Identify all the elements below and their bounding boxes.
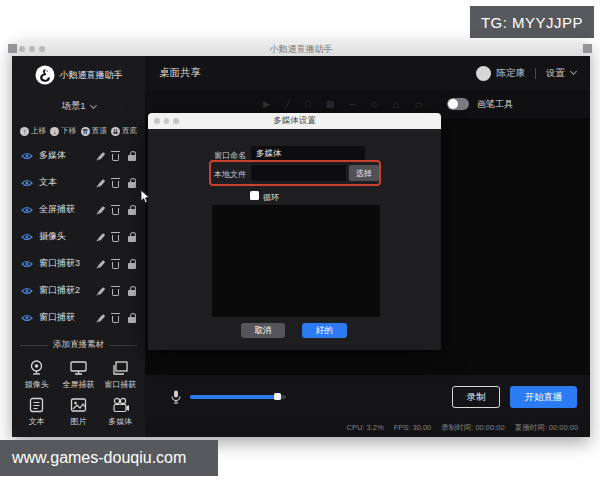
image-icon: [69, 397, 88, 413]
lock-icon[interactable]: [128, 290, 136, 296]
arrow-top-circle-icon: ⇈: [81, 127, 90, 136]
settings-menu[interactable]: 设置: [546, 67, 565, 80]
trash-icon[interactable]: [112, 262, 119, 269]
add-multimedia-button[interactable]: 多媒体: [99, 397, 141, 427]
loop-label: 循环: [263, 192, 279, 203]
arrow-up-circle-icon: ↑: [20, 127, 29, 136]
source-list: 多媒体 文本 全屏捕获 摄像头 窗口捕获3: [12, 142, 145, 331]
lock-icon[interactable]: [128, 317, 136, 323]
loop-checkbox[interactable]: [250, 191, 259, 200]
window-titlebar[interactable]: 小鹅通直播助手: [12, 42, 590, 56]
cursor-tool-icon[interactable]: ▶: [263, 99, 270, 109]
main-header: 桌面共享 陈定康 设置: [145, 56, 590, 90]
trash-icon[interactable]: [112, 235, 119, 242]
move-down-button[interactable]: ↓ 下移: [50, 126, 76, 136]
add-item-label: 全屏捕获: [62, 379, 94, 390]
site-watermark: www.games-douqiu.com: [0, 440, 218, 476]
avatar[interactable]: [476, 66, 491, 81]
rect-tool-icon[interactable]: □: [305, 99, 310, 109]
fps-status: FPS: 30.00: [394, 423, 432, 432]
mic-slider-handle[interactable]: [274, 393, 281, 400]
video-camera-icon: [111, 397, 130, 413]
move-bottom-label: 置底: [122, 126, 137, 136]
source-row-fullscreen[interactable]: 全屏捕获: [12, 196, 145, 223]
start-live-button[interactable]: 开始直播: [510, 386, 577, 408]
microphone-icon[interactable]: [171, 390, 181, 404]
tg-watermark: TG: MYYJJPP: [470, 6, 594, 38]
window-icon: [111, 360, 130, 376]
shape-tool-icon[interactable]: ◇: [371, 99, 378, 109]
bottom-control-bar: 录制 开始直播: [145, 375, 590, 418]
add-image-button[interactable]: 图片: [58, 397, 100, 427]
source-row-window2[interactable]: 窗口捕获2: [12, 277, 145, 304]
choose-file-button[interactable]: 选择: [349, 165, 379, 181]
add-text-button[interactable]: 文本: [16, 397, 58, 427]
app-logo-row: 小鹅通直播助手: [12, 65, 145, 85]
eye-icon[interactable]: [21, 314, 33, 322]
lock-icon[interactable]: [128, 155, 136, 161]
trash-icon[interactable]: [112, 154, 119, 161]
trash-icon[interactable]: [112, 316, 119, 323]
chevron-down-icon: [570, 68, 577, 75]
eye-icon[interactable]: [21, 152, 33, 160]
eye-icon[interactable]: [21, 260, 33, 268]
user-name[interactable]: 陈定康: [497, 67, 526, 80]
mic-volume-slider[interactable]: [190, 395, 286, 399]
source-label: 全屏捕获: [39, 203, 100, 216]
mic-level-fill: [190, 395, 278, 399]
text-icon: [27, 397, 46, 413]
add-fullscreen-button[interactable]: 全屏捕获: [58, 360, 100, 390]
dialog-title: 多媒体设置: [148, 115, 441, 127]
local-file-input[interactable]: [251, 165, 346, 181]
pen-tool-icon[interactable]: ╱: [285, 99, 290, 109]
eye-icon[interactable]: [21, 287, 33, 295]
ok-button[interactable]: 好的: [302, 323, 347, 338]
add-item-label: 摄像头: [25, 379, 49, 390]
eye-icon[interactable]: [21, 233, 33, 241]
add-material-title: 添加直播素材: [53, 339, 104, 351]
move-up-button[interactable]: ↑ 上移: [20, 126, 46, 136]
dialog-titlebar[interactable]: 多媒体设置: [148, 113, 441, 129]
lock-icon[interactable]: [128, 263, 136, 269]
monitor-icon: [69, 360, 88, 376]
source-row-text[interactable]: 文本: [12, 169, 145, 196]
source-actions: ↑ 上移 ↓ 下移 ⇈ 置顶 ⇊ 置底: [12, 126, 145, 136]
source-row-camera[interactable]: 摄像头: [12, 223, 145, 250]
source-label: 摄像头: [39, 230, 100, 243]
app-window: 小鹅通直播助手 小鹅通直播助手 场景1 ↑ 上移 ↓ 下移: [12, 42, 590, 437]
lock-icon[interactable]: [128, 209, 136, 215]
trash-icon[interactable]: [112, 208, 119, 215]
grid-tool-icon[interactable]: ▦: [326, 99, 335, 109]
line-tool-icon[interactable]: ─: [349, 99, 355, 109]
lock-icon[interactable]: [128, 182, 136, 188]
record-button[interactable]: 录制: [452, 386, 500, 408]
move-top-button[interactable]: ⇈ 置顶: [81, 126, 107, 136]
site-watermark-text: www.games-douqiu.com: [12, 449, 186, 467]
record-time-status: 录制时间: 00:00:00: [441, 423, 504, 433]
source-row-window3[interactable]: 窗口捕获3: [12, 250, 145, 277]
add-material-section: 添加直播素材 摄像头 全屏捕获 窗口捕获 文本: [12, 339, 145, 437]
source-row-multimedia[interactable]: 多媒体: [12, 142, 145, 169]
source-label: 多媒体: [39, 149, 100, 162]
window-title: 小鹅通直播助手: [12, 43, 590, 56]
triangle-tool-icon[interactable]: △: [393, 99, 400, 109]
page-title: 桌面共享: [159, 66, 201, 80]
sidebar-app-name: 小鹅通直播助手: [60, 69, 123, 82]
move-bottom-button[interactable]: ⇊ 置底: [111, 126, 137, 136]
source-row-window1[interactable]: 窗口捕获: [12, 304, 145, 331]
add-camera-button[interactable]: 摄像头: [16, 360, 58, 390]
eraser-tool-icon[interactable]: ▭: [415, 99, 424, 109]
scene-selector[interactable]: 场景1: [12, 100, 145, 113]
eye-icon[interactable]: [21, 206, 33, 214]
add-item-label: 文本: [29, 416, 45, 427]
lock-icon[interactable]: [128, 236, 136, 242]
cancel-button[interactable]: 取消: [241, 323, 285, 338]
trash-icon[interactable]: [112, 181, 119, 188]
cpu-status: CPU: 3.2%: [347, 423, 384, 432]
eye-icon[interactable]: [21, 179, 33, 187]
brush-tool-toggle[interactable]: [447, 98, 469, 110]
trash-icon[interactable]: [112, 289, 119, 296]
add-window-button[interactable]: 窗口捕获: [99, 360, 141, 390]
goose-logo-icon: [35, 65, 55, 85]
tg-watermark-text: TG: MYYJJPP: [481, 14, 583, 31]
